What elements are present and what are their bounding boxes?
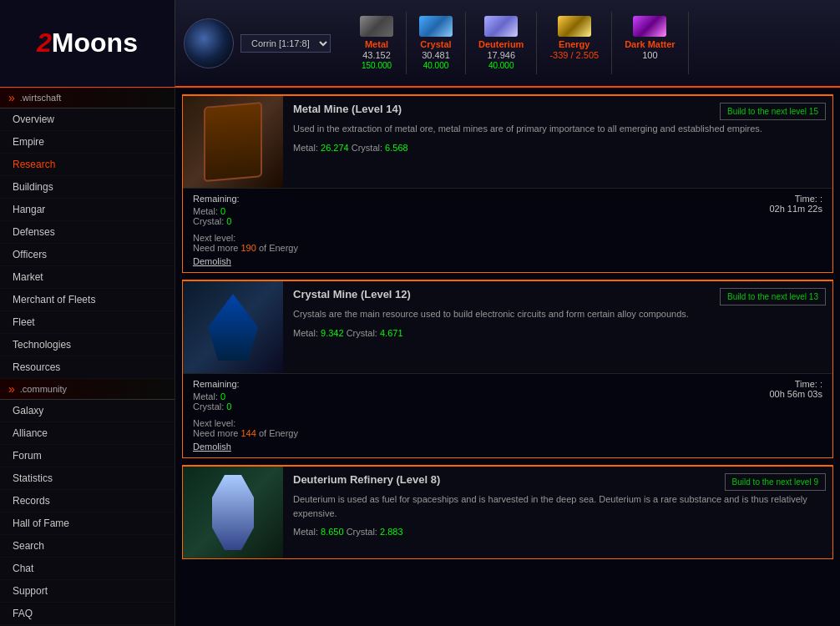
crystal-energy-label: of Energy [259, 428, 298, 438]
sidebar-item-hangar[interactable]: Hangar [0, 199, 175, 221]
sidebar-item-officers[interactable]: Officers [0, 244, 175, 266]
next-level-label: Next level: [193, 233, 235, 243]
building-card-metal-mine: Metal Mine (Level 14) Used in the extrac… [182, 94, 833, 273]
crystal-need-more-label: Need more [193, 428, 238, 438]
metal-mine-demolish[interactable]: Demolish [193, 256, 231, 266]
crystal-remaining-crystal-val: 0 [226, 401, 231, 411]
logo-area: 2Moons [0, 0, 175, 87]
crystal-mine-remaining: Remaining: Metal: 0 Crystal: 0 [193, 379, 298, 411]
planet-thumbnail [184, 18, 234, 68]
crystal-shape [208, 294, 258, 361]
resource-energy: Energy -339 / 2.505 [537, 12, 612, 74]
planet-select[interactable]: Corrin [1:17:8] [240, 34, 331, 53]
metal-max: 150.000 [362, 61, 392, 70]
building-card-deuterium: Deuterium Refinery (Level 8) Deuterium i… [182, 465, 833, 559]
metal-mine-time: Time: : 02h 11m 22s [769, 194, 822, 214]
sidebar-item-market[interactable]: Market [0, 266, 175, 289]
resource-crystal: Crystal 30.481 40.000 [407, 12, 466, 74]
crystal-remaining-metal-row: Metal: 0 [193, 391, 298, 401]
metal-current: 43.152 [362, 50, 391, 60]
sidebar-item-empire[interactable]: Empire [0, 131, 175, 154]
building-image-deuterium [183, 467, 283, 558]
crystal-mine-build-button[interactable]: Build to the next level 13 [720, 288, 826, 305]
building-info-crystal: Crystal Mine (Level 12) Crystals are the… [283, 281, 832, 373]
metal-mine-description: Used in the extraction of metal ore, met… [293, 122, 822, 136]
deuterium-label: Deuterium [478, 39, 524, 49]
crystal-current: 30.481 [422, 50, 450, 60]
energy-label: Energy [559, 39, 590, 49]
sidebar-item-defenses[interactable]: Defenses [0, 221, 175, 244]
building-image-metal [183, 96, 283, 188]
crystal-mine-next-level: Next level: Need more 144 of Energy [193, 418, 298, 438]
energy-icon [558, 16, 591, 37]
darkmatter-current: 100 [642, 50, 657, 60]
need-more-label: Need more [193, 243, 238, 253]
building-info-metal: Metal Mine (Level 14) Used in the extrac… [283, 96, 832, 188]
metal-mine-build-button[interactable]: Build to the next level 15 [720, 103, 826, 120]
sidebar-item-search[interactable]: Search [0, 535, 175, 558]
sidebar-item-overview[interactable]: Overview [0, 109, 175, 131]
sidebar-item-fleet[interactable]: Fleet [0, 311, 175, 334]
deuterium-refinery-cost: Metal: 8.650 Crystal: 2.883 [293, 527, 822, 537]
sidebar-item-merchant-of-fleets[interactable]: Merchant of Fleets [0, 289, 175, 311]
sidebar-item-statistics[interactable]: Statistics [0, 467, 175, 490]
energy-label: of Energy [259, 243, 298, 253]
sidebar-item-buildings[interactable]: Buildings [0, 176, 175, 199]
building-top-crystal: Crystal Mine (Level 12) Crystals are the… [183, 281, 832, 373]
metal-icon [360, 16, 393, 37]
metal-shape [204, 102, 262, 182]
crystal-remaining-label: Remaining: [193, 379, 298, 389]
deut-img-decoration [183, 467, 283, 558]
energy-amount: 190 [240, 243, 256, 253]
deuterium-build-button[interactable]: Build to the next level 9 [725, 473, 826, 491]
resource-darkmatter: Dark Matter 100 [612, 12, 689, 74]
sidebar-item-galaxy[interactable]: Galaxy [0, 400, 175, 422]
time-value: 02h 11m 22s [769, 204, 822, 214]
resources-grid: Metal 43.152 150.000 Crystal 30.481 40.0… [347, 12, 832, 74]
remaining-metal-val: 0 [220, 206, 225, 216]
planet-selector: Corrin [1:17:8] [184, 18, 331, 68]
sidebar-item-alliance[interactable]: Alliance [0, 422, 175, 445]
wirtschaft-header: » .wirtschaft [0, 88, 175, 109]
sidebar-item-hall-of-fame[interactable]: Hall of Fame [0, 512, 175, 535]
sidebar-item-technologies[interactable]: Technologies [0, 334, 175, 356]
crystal-mine-cost-crystal: 4.671 [380, 328, 403, 338]
sidebar-item-resources[interactable]: Resources [0, 356, 175, 379]
deut-cost-metal: 8.650 [321, 527, 344, 537]
sidebar-item-chat[interactable]: Chat [0, 558, 175, 580]
metal-mine-bottom-left: Remaining: Metal: 0 Crystal: 0 Next leve… [193, 194, 298, 267]
metal-mine-crystal-label: Crystal: [352, 143, 382, 153]
darkmatter-label: Dark Matter [625, 39, 676, 49]
energy-current: -339 / 2.505 [549, 50, 599, 60]
crystal-max: 40.000 [423, 61, 449, 70]
metal-mine-cost: Metal: 26.274 Crystal: 6.568 [293, 143, 822, 153]
sidebar-item-faq[interactable]: FAQ [0, 603, 175, 625]
sidebar-item-forum[interactable]: Forum [0, 445, 175, 467]
logo-two: 2 [37, 28, 52, 58]
deuterium-current: 17.946 [487, 50, 515, 60]
sidebar-item-records[interactable]: Records [0, 490, 175, 512]
metal-img-decoration [183, 96, 283, 188]
crystal-mine-crystal-label: Crystal: [347, 328, 377, 338]
sidebar-item-support[interactable]: Support [0, 580, 175, 603]
metal-mine-remaining: Remaining: Metal: 0 Crystal: 0 [193, 194, 298, 226]
sidebar: » .wirtschaft Overview Empire Research B… [0, 88, 175, 626]
metal-mine-cost-metal: 26.274 [321, 143, 349, 153]
crystal-mine-demolish[interactable]: Demolish [193, 442, 231, 452]
deuterium-refinery-description: Deuterium is used as fuel for spaceships… [293, 492, 822, 520]
building-image-crystal [183, 281, 283, 373]
remaining-metal-label: Metal: [193, 206, 218, 216]
sidebar-item-research[interactable]: Research [0, 154, 175, 176]
deut-crystal-label: Crystal: [347, 527, 377, 537]
deut-shape [212, 475, 254, 550]
resource-metal: Metal 43.152 150.000 [347, 12, 407, 74]
remaining-label: Remaining: [193, 194, 298, 204]
building-top-metal: Metal Mine (Level 14) Used in the extrac… [183, 96, 832, 188]
community-header: » .community [0, 379, 175, 400]
building-card-crystal-mine: Crystal Mine (Level 12) Crystals are the… [182, 280, 833, 458]
time-label: Time: : [769, 194, 822, 204]
top-bar: 2Moons Corrin [1:17:8] Metal 43.152 150.… [0, 0, 840, 88]
crystal-remaining-metal-label: Metal: [193, 391, 218, 401]
remaining-crystal-label: Crystal: [193, 216, 224, 226]
logo-moons: Moons [52, 28, 138, 58]
